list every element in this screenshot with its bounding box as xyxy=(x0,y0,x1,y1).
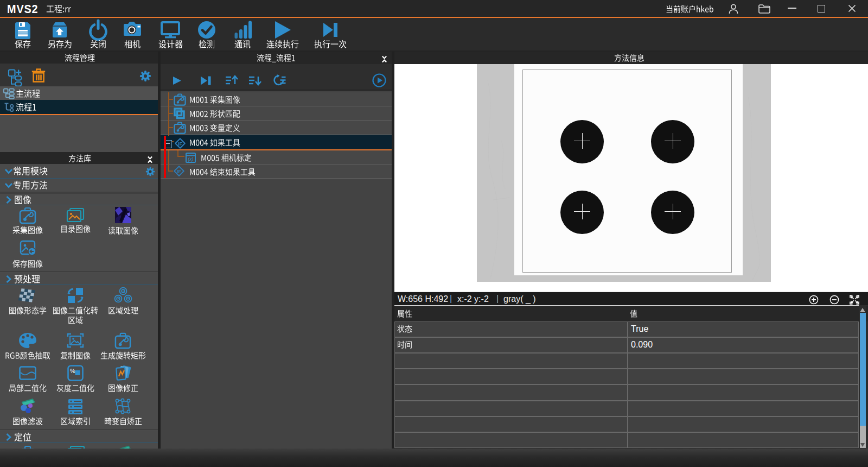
svg-text:IF: IF xyxy=(177,140,182,146)
svg-text:IF: IF xyxy=(177,168,182,174)
svg-text:%: % xyxy=(70,368,75,374)
svg-text:(x): (x) xyxy=(188,156,194,162)
